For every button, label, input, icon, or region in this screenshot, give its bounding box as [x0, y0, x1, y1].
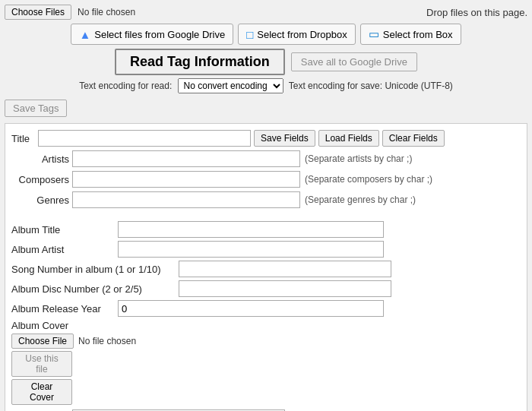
album-year-label: Album Release Year [11, 303, 118, 315]
drop-hint-text: Drop files on this page. [426, 7, 527, 18]
album-cover-section: Album Cover Choose File No file chosen U… [11, 320, 521, 405]
fields-section: Title Save Fields Load Fields Clear Fiel… [5, 123, 527, 411]
cover-file-row: Choose File No file chosen [11, 334, 521, 349]
composers-label: Composers [11, 174, 72, 185]
clear-fields-button[interactable]: Clear Fields [382, 130, 445, 147]
composers-hint: (Separate composers by char ;) [305, 174, 432, 185]
box-icon: ▭ [369, 27, 379, 41]
box-label: Select from Box [383, 29, 453, 40]
google-drive-icon: ▲ [79, 28, 90, 41]
song-number-row: Song Number in album (1 or 1/10) [11, 261, 521, 277]
read-tag-button[interactable]: Read Tag Information [115, 49, 285, 75]
genres-label: Genres [11, 194, 72, 206]
box-button[interactable]: ▭ Select from Box [360, 24, 461, 45]
album-title-label: Album Title [11, 224, 118, 236]
dropbox-icon: □ [246, 28, 253, 41]
album-artist-input[interactable] [118, 241, 384, 258]
song-number-input[interactable] [179, 261, 391, 277]
no-file-chosen-text: No file chosen [78, 7, 135, 17]
album-year-row: Album Release Year [11, 300, 521, 317]
load-fields-button[interactable]: Load Fields [318, 130, 379, 147]
save-tags-button[interactable]: Save Tags [5, 100, 67, 117]
artists-label: Artists [11, 153, 72, 165]
album-section: Album Title Album Artist Song Number in … [11, 221, 521, 405]
cover-no-file-text: No file chosen [78, 336, 136, 346]
artists-row: Artists (Separate artists by char ;) [11, 150, 521, 167]
dropbox-button[interactable]: □ Select from Dropbox [238, 24, 356, 45]
title-label: Title [11, 133, 38, 144]
read-tag-row: Read Tag Information Save all to Google … [5, 49, 527, 75]
album-year-input[interactable] [118, 300, 384, 317]
save-gdrive-button[interactable]: Save all to Google Drive [291, 52, 417, 71]
album-artist-row: Album Artist [11, 241, 521, 258]
cloud-services-row: ▲ Select files from Google Drive □ Selec… [5, 24, 527, 45]
album-title-row: Album Title [11, 221, 521, 238]
composers-row: Composers (Separate composers by char ;) [11, 171, 521, 188]
encoding-save-text: Text encoding for save: Unicode (UTF-8) [289, 81, 453, 91]
encoding-select[interactable]: No convert encoding [178, 78, 283, 93]
artists-input[interactable] [72, 150, 300, 167]
album-disc-label: Album Disc Number (2 or 2/5) [11, 283, 179, 295]
album-disc-row: Album Disc Number (2 or 2/5) [11, 280, 521, 297]
album-cover-label: Album Cover [11, 320, 521, 331]
encoding-row: Text encoding for read: No convert encod… [5, 78, 527, 93]
choose-files-button[interactable]: Choose Files [5, 5, 71, 20]
cover-choose-file-button[interactable]: Choose File [11, 334, 74, 349]
album-title-input[interactable] [118, 221, 384, 238]
clear-cover-button[interactable]: Clear Cover [11, 379, 72, 405]
artists-hint: (Separate artists by char ;) [305, 153, 412, 164]
album-disc-input[interactable] [179, 280, 391, 297]
encoding-read-prefix: Text encoding for read: [79, 81, 172, 91]
top-bar: Choose Files No file chosen Drop files o… [5, 5, 527, 20]
title-row: Title Save Fields Load Fields Clear Fiel… [11, 130, 521, 147]
dropbox-label: Select from Dropbox [257, 29, 347, 40]
composers-input[interactable] [72, 171, 300, 188]
genres-input[interactable] [72, 191, 300, 208]
genres-row: Genres (Separate genres by char ;) [11, 191, 521, 208]
google-drive-button[interactable]: ▲ Select files from Google Drive [71, 24, 233, 45]
song-number-label: Song Number in album (1 or 1/10) [11, 264, 179, 275]
save-fields-button[interactable]: Save Fields [254, 130, 315, 147]
album-artist-label: Album Artist [11, 244, 118, 255]
google-drive-label: Select files from Google Drive [94, 29, 225, 40]
title-input[interactable] [38, 130, 251, 147]
genres-hint: (Separate genres by char ;) [305, 194, 416, 205]
save-tags-row: Save Tags [5, 100, 527, 117]
use-this-file-button[interactable]: Use this file [11, 351, 72, 377]
